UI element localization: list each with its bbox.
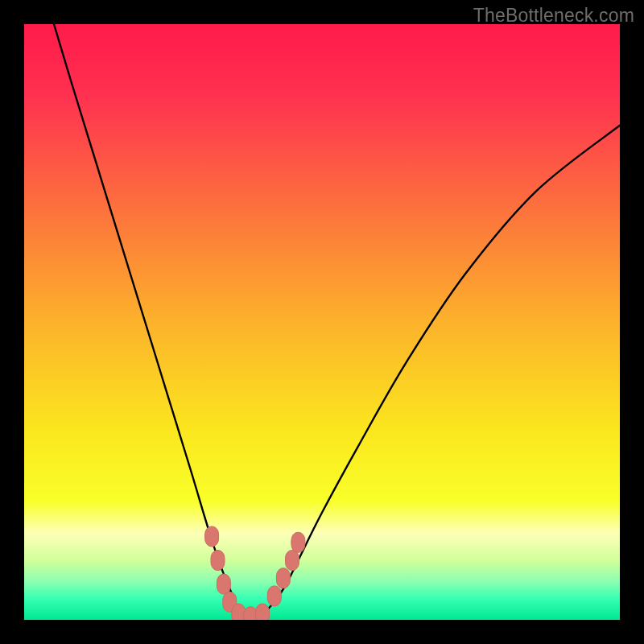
chart-frame: TheBottleneck.com [0, 0, 644, 644]
valley-marker [211, 551, 225, 571]
watermark-text: TheBottleneck.com [473, 5, 634, 27]
valley-marker [205, 526, 219, 547]
valley-marker [276, 568, 290, 588]
plot-area [24, 24, 620, 620]
valley-marker [267, 586, 281, 606]
valley-marker [256, 604, 270, 620]
valley-marker [286, 551, 299, 571]
valley-marker [291, 532, 305, 552]
bottleneck-curve [54, 24, 620, 620]
valley-markers [205, 526, 305, 620]
curve-layer [24, 24, 620, 620]
valley-marker [217, 574, 230, 594]
